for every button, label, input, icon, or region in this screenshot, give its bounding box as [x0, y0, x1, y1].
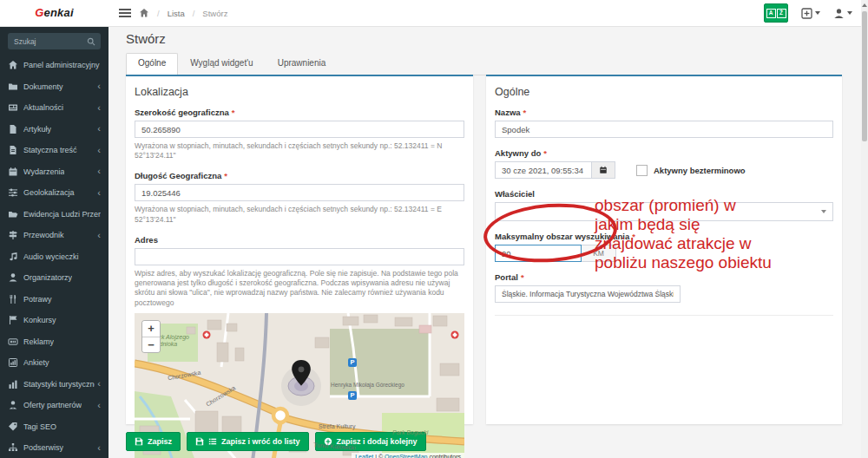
caret-down-icon	[815, 11, 820, 15]
latitude-group: Szerokość geograficzna* Wyrażona w stopn…	[135, 108, 464, 160]
user-menu-dropdown[interactable]	[833, 8, 852, 19]
sidebar-item-aktualnosci[interactable]: Aktualności ‹	[0, 97, 108, 119]
chevron-left-icon: ‹	[95, 379, 101, 389]
owner-label: Właściciel	[495, 189, 833, 199]
required-asterisk: *	[224, 171, 227, 180]
sidebar-item-artykuly[interactable]: Artykuły ‹	[0, 119, 108, 141]
sidebar-item-geolokalizacja[interactable]: Geolokalizacja ‹	[0, 182, 108, 204]
app-logo[interactable]: Genkai	[0, 0, 108, 26]
parking-marker[interactable]: P	[348, 391, 357, 400]
save-icon	[195, 437, 204, 446]
portal-group: Portal*	[495, 272, 833, 303]
sidebar-item-audio-wycieczki[interactable]: Audio wycieczki	[0, 246, 108, 268]
chevron-left-icon: ‹	[95, 146, 101, 155]
breadcrumb-current: Stwórz	[202, 9, 227, 18]
sidebar-item-przewodnik[interactable]: Przewodnik ‹	[0, 225, 108, 246]
address-input[interactable]	[135, 248, 464, 265]
name-group: Nazwa*	[495, 108, 833, 138]
language-letter-a: A	[766, 9, 776, 18]
indefinite-checkbox[interactable]	[636, 165, 648, 176]
chevron-left-icon: ‹	[95, 231, 101, 240]
app-window: Genkai / Lista / Stwórz A Ż	[0, 0, 868, 458]
home-icon[interactable]	[139, 8, 149, 18]
logo-rest: enkai	[44, 6, 74, 19]
required-asterisk: *	[232, 108, 235, 117]
calendar-button[interactable]	[592, 161, 615, 179]
zoom-out-button[interactable]: −	[142, 337, 160, 352]
longitude-input[interactable]	[135, 184, 464, 201]
form-actions: Zapisz Zapisz i wróć do listy Zapisz i d…	[126, 432, 426, 451]
map-label: Strefa Kultury	[319, 423, 355, 429]
caret-down-icon	[847, 11, 852, 15]
vertical-scrollbar[interactable]	[861, 0, 868, 458]
flag-icon	[8, 315, 19, 325]
map-label: Henryka Mikołaja Góreckiego	[331, 382, 404, 388]
poll-icon	[8, 357, 19, 368]
sidebar-item-organizatorzy[interactable]: Organizatorzy	[0, 267, 108, 289]
openstreetmap-link[interactable]: OpenStreetMap	[385, 454, 427, 458]
page-title: Stwórz	[126, 31, 166, 46]
calendar-icon	[8, 167, 19, 177]
breadcrumb-separator: /	[157, 9, 160, 18]
language-switch-button[interactable]: A Ż	[764, 3, 788, 23]
latitude-help: Wyrażona w stopniach, minutach, sekundac…	[135, 141, 464, 160]
music-icon	[8, 252, 19, 262]
sidebar-item-konkursy[interactable]: Konkursy	[0, 310, 108, 331]
cutlery-icon	[8, 294, 19, 304]
chevron-left-icon: ‹	[95, 124, 101, 134]
breadcrumb-lista[interactable]: Lista	[168, 9, 185, 18]
active-until-input[interactable]	[495, 161, 592, 179]
latitude-input[interactable]	[135, 121, 464, 138]
max-radius-group: Maksymalny obszar wyszukiwania* KM	[495, 232, 833, 262]
add-menu-dropdown[interactable]	[801, 8, 820, 19]
hospital-marker-icon	[203, 330, 211, 338]
sidebar-item-statystyki-turystyczne[interactable]: Statystyki turystyczne ‹	[0, 374, 108, 396]
name-label: Nazwa*	[495, 108, 833, 117]
name-input[interactable]	[495, 121, 833, 138]
scrollbar-thumb[interactable]	[862, 11, 867, 141]
save-icon	[135, 437, 143, 446]
owner-group: Właściciel	[495, 189, 833, 221]
max-radius-input[interactable]	[495, 245, 582, 262]
tab-ogolne[interactable]: Ogólne	[126, 53, 178, 75]
active-until-group: Aktywny do* Aktywny bezterminowo	[495, 148, 833, 179]
zoom-in-button[interactable]: +	[142, 321, 160, 337]
sidebar-item-panel-administracyjny[interactable]: Panel administracyjny	[0, 55, 108, 76]
language-letter-z: Ż	[777, 9, 786, 18]
sidebar-toggle-button[interactable]	[119, 8, 131, 18]
sidebar-item-dokumenty[interactable]: Dokumenty ‹	[0, 76, 108, 98]
unit-addon: KM	[582, 245, 616, 262]
sidebar-item-podserwisy[interactable]: Podserwisy ‹	[0, 437, 108, 458]
portal-input[interactable]	[495, 285, 681, 303]
sidebar-item-ewidencja-ludzi-przemyslu[interactable]: Ewidencja Ludzi Przemysłu	[0, 204, 108, 226]
chevron-left-icon: ‹	[95, 167, 101, 176]
leaflet-link[interactable]: Leaflet	[355, 454, 373, 458]
sidebar-item-oferty-partnerow[interactable]: Oferty partnerów ‹	[0, 395, 108, 416]
parking-marker[interactable]: P	[348, 358, 357, 367]
tab-wyglad-widgetu[interactable]: Wygląd widget'u	[178, 53, 265, 75]
sidebar-item-wydarzenia[interactable]: Wydarzenia ‹	[0, 161, 108, 183]
portal-label: Portal*	[495, 272, 833, 282]
sidebar-item-tagi-seo[interactable]: Tagi SEO	[0, 416, 108, 438]
save-button[interactable]: Zapisz	[126, 432, 181, 451]
location-panel: Lokalizacja Szerokość geograficzna* Wyra…	[126, 75, 473, 424]
sidebar-item-potrawy[interactable]: Potrawy	[0, 289, 108, 311]
calendar-icon	[599, 166, 608, 174]
sidebar-item-reklamy[interactable]: Reklamy	[0, 331, 108, 353]
breadcrumb-separator: /	[193, 9, 195, 18]
active-until-label: Aktywny do*	[495, 148, 833, 158]
required-asterisk: *	[521, 272, 524, 282]
scroll-up-button[interactable]	[861, 0, 868, 10]
search-button[interactable]	[82, 33, 101, 49]
save-and-return-button[interactable]: Zapisz i wróć do listy	[187, 432, 309, 451]
sidebar-item-ankiety[interactable]: Ankiety	[0, 352, 108, 374]
owner-select[interactable]	[495, 202, 833, 221]
search-input[interactable]	[8, 33, 82, 49]
sidebar-item-statyczna-tresc[interactable]: Statyczna treść ‹	[0, 140, 108, 161]
map-signs-icon	[8, 230, 19, 240]
latitude-label: Szerokość geograficzna*	[135, 108, 464, 117]
tab-uprawnienia[interactable]: Uprawnienia	[266, 53, 339, 75]
max-radius-label: Maksymalny obszar wyszukiwania*	[495, 232, 833, 241]
chevron-left-icon: ‹	[95, 103, 101, 113]
list-icon	[208, 437, 217, 446]
